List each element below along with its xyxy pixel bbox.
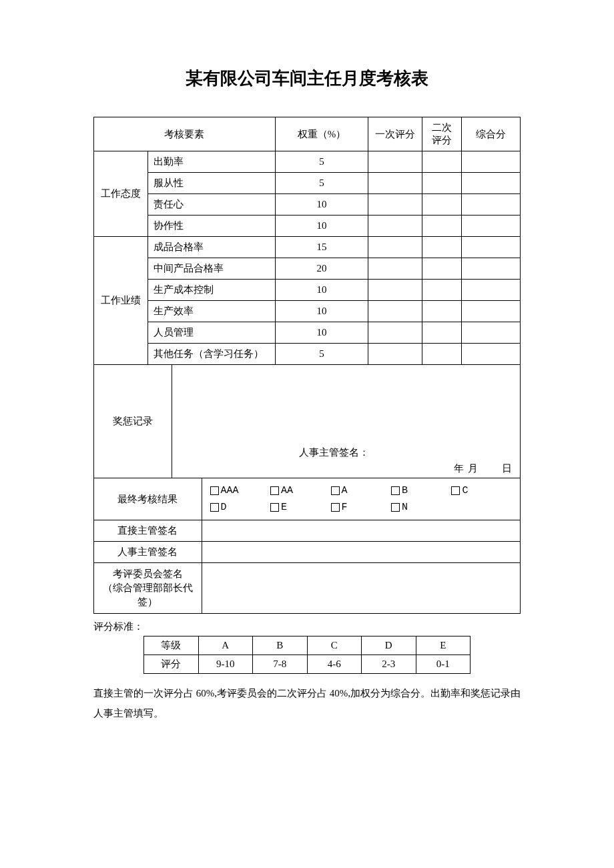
checkbox-icon: [270, 486, 279, 495]
checkbox-option[interactable]: E: [270, 499, 330, 516]
item-label: 责任心: [147, 194, 275, 215]
score1-cell[interactable]: [368, 151, 422, 173]
criteria-header: B: [253, 636, 308, 655]
checkbox-option[interactable]: AAA: [210, 482, 270, 499]
item-label: 生产效率: [147, 301, 275, 322]
record-label: 奖惩记录: [94, 365, 172, 478]
header-factor: 考核要素: [94, 117, 276, 151]
criteria-header: E: [416, 636, 471, 655]
score1-cell[interactable]: [368, 173, 422, 194]
header-total: 综合分: [461, 117, 520, 151]
item-label: 成品合格率: [147, 237, 275, 258]
final-result-label: 最终考核结果: [94, 478, 202, 520]
score2-cell[interactable]: [422, 301, 462, 322]
item-weight: 15: [275, 237, 368, 258]
criteria-row-label: 评分: [144, 655, 199, 674]
total-cell[interactable]: [461, 194, 520, 215]
total-cell[interactable]: [461, 215, 520, 237]
checkbox-option[interactable]: N: [391, 499, 451, 516]
checkbox-icon: [331, 503, 340, 512]
checkbox-icon: [391, 486, 400, 495]
criteria-value: 2-3: [362, 655, 416, 674]
score2-cell[interactable]: [422, 215, 462, 237]
hr-supervisor-label: 人事主管签名: [94, 542, 202, 563]
score1-cell[interactable]: [368, 237, 422, 258]
score1-cell[interactable]: [368, 301, 422, 322]
item-weight: 10: [275, 301, 368, 322]
score2-cell[interactable]: [422, 258, 462, 280]
direct-supervisor-label: 直接主管签名: [94, 520, 202, 542]
score1-cell[interactable]: [368, 258, 422, 280]
score2-cell[interactable]: [422, 322, 462, 344]
item-weight: 10: [275, 215, 368, 237]
item-label: 人员管理: [147, 322, 275, 344]
score1-cell[interactable]: [368, 322, 422, 344]
score1-cell[interactable]: [368, 344, 422, 365]
score2-cell[interactable]: [422, 173, 462, 194]
criteria-value: 0-1: [416, 655, 471, 674]
item-label: 出勤率: [147, 151, 275, 173]
item-weight: 10: [275, 280, 368, 301]
criteria-value: 7-8: [253, 655, 308, 674]
score2-cell[interactable]: [422, 280, 462, 301]
total-cell[interactable]: [461, 344, 520, 365]
total-cell[interactable]: [461, 280, 520, 301]
criteria-value: 9-10: [198, 655, 253, 674]
criteria-table: 等级ABCDE 评分9-107-84-62-30-1: [143, 636, 471, 674]
criteria-value: 4-6: [307, 655, 362, 674]
total-cell[interactable]: [461, 237, 520, 258]
score1-cell[interactable]: [368, 194, 422, 215]
item-label: 其他任务（含学习任务）: [147, 344, 275, 365]
item-label: 中间产品合格率: [147, 258, 275, 280]
total-cell[interactable]: [461, 301, 520, 322]
checkbox-option[interactable]: F: [331, 499, 391, 516]
header-score1: 一次评分: [368, 117, 422, 151]
item-label: 生产成本控制: [147, 280, 275, 301]
record-cell[interactable]: 人事主管签名： 年月日: [172, 365, 521, 478]
direct-supervisor-sign[interactable]: [202, 520, 520, 542]
checkbox-icon: [391, 503, 400, 512]
total-cell[interactable]: [461, 173, 520, 194]
hr-signature-label: 人事主管签名：: [299, 446, 369, 459]
item-weight: 10: [275, 194, 368, 215]
checkbox-option[interactable]: B: [391, 482, 451, 499]
checkbox-option[interactable]: AA: [270, 482, 330, 499]
criteria-label: 评分标准：: [93, 620, 521, 633]
committee-sign[interactable]: [202, 563, 520, 614]
score1-cell[interactable]: [368, 215, 422, 237]
total-cell[interactable]: [461, 322, 520, 344]
header-weight: 权重（%）: [275, 117, 368, 151]
item-weight: 10: [275, 322, 368, 344]
checkbox-option[interactable]: D: [210, 499, 270, 516]
criteria-header: C: [307, 636, 362, 655]
date-line: 年月日: [430, 462, 512, 475]
checkbox-icon: [331, 486, 340, 495]
score1-cell[interactable]: [368, 280, 422, 301]
criteria-header: A: [198, 636, 253, 655]
criteria-header: 等级: [144, 636, 199, 655]
total-cell[interactable]: [461, 258, 520, 280]
checkbox-option[interactable]: A: [331, 482, 391, 499]
group-label: 工作态度: [94, 151, 148, 237]
checkbox-icon: [270, 503, 279, 512]
group-label: 工作业绩: [94, 237, 148, 365]
footer-note: 直接主管的一次评分占 60%,考评委员会的二次评分占 40%,加权分为综合分。出…: [93, 683, 521, 723]
item-weight: 5: [275, 344, 368, 365]
score2-cell[interactable]: [422, 344, 462, 365]
header-score2: 二次评分: [422, 117, 462, 151]
checkbox-icon: [451, 486, 460, 495]
checkbox-option[interactable]: C: [451, 482, 511, 499]
total-cell[interactable]: [461, 151, 520, 173]
assessment-table: 考核要素 权重（%） 一次评分 二次评分 综合分 工作态度 出勤率 5 服从性 …: [93, 117, 521, 614]
final-result-options[interactable]: AAAAAABCDEFN: [202, 478, 520, 520]
committee-label: 考评委员会签名 （综合管理部部长代签）: [94, 563, 202, 614]
item-weight: 5: [275, 173, 368, 194]
item-label: 服从性: [147, 173, 275, 194]
score2-cell[interactable]: [422, 237, 462, 258]
criteria-header: D: [362, 636, 416, 655]
checkbox-icon: [210, 486, 219, 495]
hr-supervisor-sign[interactable]: [202, 542, 520, 563]
score2-cell[interactable]: [422, 194, 462, 215]
checkbox-icon: [210, 503, 219, 512]
score2-cell[interactable]: [422, 151, 462, 173]
